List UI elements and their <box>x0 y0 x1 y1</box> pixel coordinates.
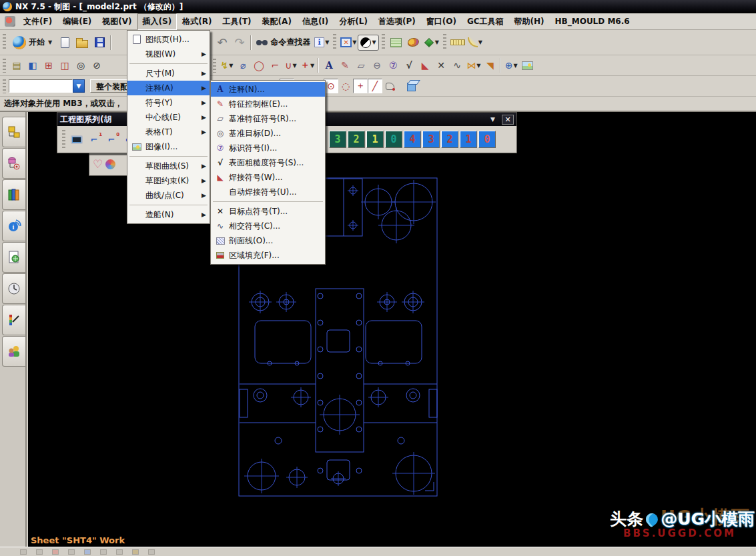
weld-symbol-button[interactable]: ◣ <box>417 57 433 73</box>
insert-menu-item-sketch-curve[interactable]: 草图曲线(S)▶ <box>127 159 210 173</box>
insert-menu-item-sheet[interactable]: 图纸页(H)... <box>127 32 210 47</box>
insert-menu-item-curve-point[interactable]: 曲线/点(C)▶ <box>127 188 210 203</box>
submenu-item-area-fill[interactable]: 区域填充(F)... <box>211 248 325 263</box>
new-file-button[interactable] <box>56 34 73 51</box>
menu-window[interactable]: 窗口(O) <box>421 13 462 30</box>
measure-angle-button[interactable]: ▼ <box>466 34 484 51</box>
tab-roles[interactable] <box>2 305 25 335</box>
green-level-button-0[interactable]: 0 <box>385 131 402 148</box>
snap-face-button[interactable] <box>382 79 397 93</box>
menu-file[interactable]: 文件(F) <box>18 13 57 30</box>
menu-preferences[interactable]: 首选项(P) <box>373 13 421 30</box>
snap-point-button[interactable]: ╱ <box>368 79 382 93</box>
show-hide-button[interactable]: ✕▼ <box>339 34 358 51</box>
undo-button[interactable]: ↶ <box>214 34 231 51</box>
information-button[interactable]: i▼ <box>313 34 330 51</box>
tab-system-clock[interactable] <box>2 273 25 304</box>
tab-touch[interactable] <box>2 336 25 367</box>
toolbar-grip[interactable] <box>62 130 65 149</box>
insert-menu-item-table[interactable]: 表格(T)▶ <box>127 125 210 139</box>
menu-assemblies[interactable]: 装配(A) <box>257 13 297 30</box>
taskbar-item[interactable] <box>100 549 107 555</box>
tab-assembly-navigator[interactable] <box>2 117 25 147</box>
green-level-button-1[interactable]: 1 <box>366 131 384 148</box>
submenu-item-datum-feature-symbol[interactable]: ▱ 基准特征符号(R)... <box>211 111 325 126</box>
heart-icon[interactable]: ♡ <box>93 157 103 171</box>
standard-views-button[interactable]: ◫ <box>57 57 73 73</box>
taskbar-item[interactable] <box>116 549 123 555</box>
intersection-symbol-button[interactable]: ∿ <box>449 57 465 73</box>
close-icon[interactable]: ✕ <box>502 115 514 125</box>
green-level-button-2[interactable]: 2 <box>348 131 365 148</box>
new-sheet-button[interactable]: ▤ <box>9 57 25 73</box>
solid-body-button[interactable] <box>404 79 418 93</box>
cylindrical-dimension-button[interactable]: ⌀ <box>235 57 251 73</box>
snap-quadrant-button[interactable]: ◌ <box>338 79 353 93</box>
submenu-item-weld-symbol[interactable]: ◣ 焊接符号(W)... <box>211 170 325 185</box>
centerline-button[interactable]: ＋▼ <box>299 57 316 73</box>
layer-settings-button[interactable] <box>388 34 405 51</box>
section-view-button[interactable]: ⊘ <box>89 57 105 73</box>
blue-level-button-0[interactable]: 0 <box>478 131 496 148</box>
taskbar-item[interactable] <box>20 549 27 555</box>
start-button[interactable]: 开始 ▼ <box>9 35 56 51</box>
display-view-button[interactable] <box>68 131 85 148</box>
section-line-button[interactable]: ∪▼ <box>283 57 299 73</box>
base-view-button[interactable]: ⊞ <box>41 57 57 73</box>
taskbar-item[interactable] <box>52 549 59 555</box>
point-target-button[interactable]: ⊕▼ <box>503 57 519 73</box>
corner-level-button-1[interactable]: ⌐1 <box>85 131 103 148</box>
rapid-dimension-button[interactable]: ↯▼ <box>219 57 235 73</box>
submenu-item-auto-weld-symbol[interactable]: 自动焊接符号(U)... <box>211 185 325 199</box>
toolbar-grip[interactable] <box>443 34 446 51</box>
snap-intersection-button[interactable]: ＋ <box>353 79 368 93</box>
insert-menu-item-ship[interactable]: 造船(N)▶ <box>127 207 210 222</box>
menu-analysis[interactable]: 分析(L) <box>334 13 373 30</box>
toolbar-grip[interactable] <box>382 34 385 51</box>
submenu-item-id-symbol[interactable]: ⑦ 标识符号(I)... <box>211 141 325 155</box>
menu-insert[interactable]: 插入(S) <box>137 13 177 30</box>
menu-tools[interactable]: 工具(T) <box>217 13 256 30</box>
insert-menu-item-sketch-constraint[interactable]: 草图约束(K)▶ <box>127 173 210 188</box>
blue-level-button-2[interactable]: 2 <box>441 131 458 148</box>
toolbar-grip[interactable] <box>3 79 6 93</box>
toolbar-grip[interactable] <box>3 59 6 73</box>
insert-menu-item-symbol[interactable]: 符号(Y)▶ <box>127 95 210 110</box>
submenu-item-target-point-symbol[interactable]: ✕ 目标点符号(T)... <box>211 204 325 219</box>
menu-view[interactable]: 视图(V) <box>97 13 137 30</box>
submenu-item-intersection-symbol[interactable]: ∿ 相交符号(C)... <box>211 219 325 233</box>
toolbar-options-arrow-icon[interactable]: ▼ <box>490 116 495 123</box>
menu-format[interactable]: 格式(R) <box>177 13 217 30</box>
blue-level-button-1[interactable]: 1 <box>460 131 477 148</box>
menu-gc-toolbox[interactable]: GC工具箱 <box>462 13 509 30</box>
view-wizard-button[interactable]: ◧ <box>25 57 41 73</box>
open-file-button[interactable] <box>73 34 91 51</box>
submenu-item-crosshatch[interactable]: 剖面线(O)... <box>211 233 325 248</box>
radial-dimension-button[interactable]: ◯ <box>251 57 267 73</box>
symbol-edit-button[interactable]: ◥ <box>482 57 498 73</box>
datum-feature-button[interactable]: ▱ <box>353 57 369 73</box>
view-operations-button[interactable]: ▼ <box>422 34 440 51</box>
toolbar-grip[interactable] <box>3 34 6 51</box>
green-level-button-3[interactable]: 3 <box>329 131 346 148</box>
submenu-item-datum-target[interactable]: ◎ 基准目标(D)... <box>211 126 325 141</box>
id-symbol-button[interactable]: ⑦ <box>385 57 401 73</box>
insert-menu-item-image[interactable]: 图像(I)... <box>127 139 210 154</box>
blue-level-button-3[interactable]: 3 <box>422 131 440 148</box>
submenu-item-feature-control-frame[interactable]: ✎ 特征控制框(E)... <box>211 97 325 111</box>
insert-menu-item-dimension[interactable]: 尺寸(M)▶ <box>127 66 210 81</box>
taskbar-item[interactable] <box>68 549 75 555</box>
toolbar-grip[interactable] <box>333 34 336 51</box>
tab-constraint-navigator[interactable] <box>2 148 25 179</box>
tab-part-navigator[interactable] <box>2 179 25 210</box>
visualization-button[interactable] <box>405 34 422 51</box>
color-swirl-icon[interactable] <box>105 159 115 169</box>
blue-level-button-4[interactable]: 4 <box>404 131 421 148</box>
measure-distance-button[interactable] <box>449 34 466 51</box>
submenu-item-note[interactable]: A 注释(N)... <box>211 82 325 97</box>
target-point-button[interactable]: ✕ <box>433 57 449 73</box>
menu-information[interactable]: 信息(I) <box>297 13 334 30</box>
display-mode-button[interactable]: ▼ <box>358 35 378 51</box>
image-button[interactable] <box>519 57 535 73</box>
surface-finish-button[interactable]: √ <box>401 57 417 73</box>
